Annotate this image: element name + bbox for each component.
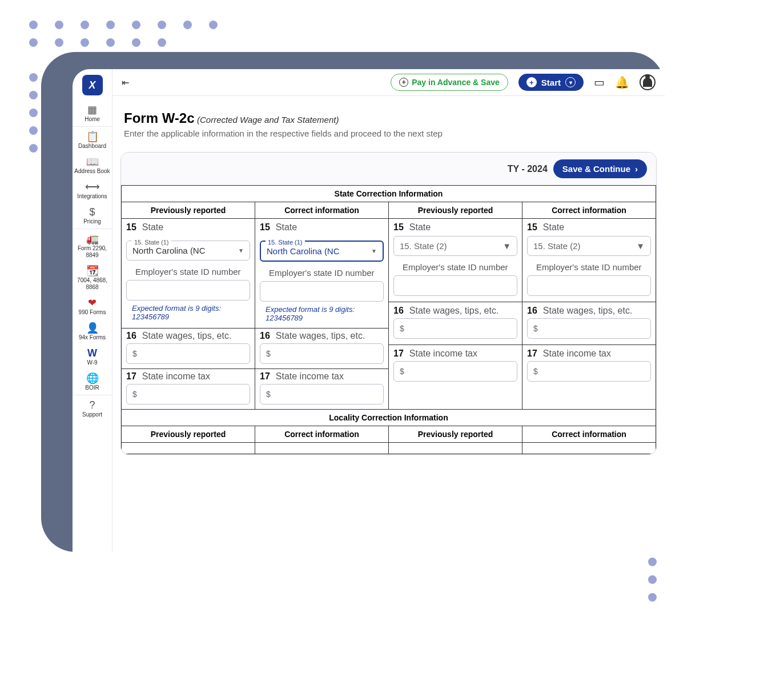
chevron-down-icon: ▼ bbox=[238, 247, 244, 254]
col-correct-1: Correct information bbox=[255, 202, 389, 219]
page-subtitle: (Corrected Wage and Tax Statement) bbox=[197, 115, 339, 125]
employer-id-label: Employer's state ID number bbox=[269, 267, 384, 279]
topbar: ⇤ + Pay in Advance & Save + Start ▾ ▭ 🔔 bbox=[112, 69, 665, 96]
app-logo: X bbox=[82, 75, 103, 95]
bell-icon[interactable]: 🔔 bbox=[615, 75, 629, 89]
sidebar-item-form-2290[interactable]: 🚛 Form 2290, 8849 bbox=[73, 229, 112, 262]
wages-prev-1-input[interactable]: $ bbox=[126, 343, 250, 364]
form-card: TY - 2024 Save & Continue › State Correc… bbox=[120, 152, 657, 455]
sidebar-item-boir[interactable]: 🌐 BOIR bbox=[73, 370, 112, 395]
tax-prev-2-input[interactable]: $ bbox=[393, 361, 517, 382]
sidebar-item-address-book[interactable]: 📖 Address Book bbox=[73, 153, 112, 178]
col-prev-2: Previously reported bbox=[389, 202, 522, 219]
employer-id-correct-1-input[interactable] bbox=[260, 281, 384, 302]
pricing-icon: $ bbox=[89, 207, 95, 217]
calendar-icon: 📆 bbox=[86, 266, 99, 276]
wages-correct-2-input[interactable]: $ bbox=[527, 318, 651, 339]
wages-prev-2-input[interactable]: $ bbox=[393, 318, 517, 339]
chevron-down-icon: ▾ bbox=[565, 77, 576, 87]
device-frame: X ⇤ + Pay in Advance & Save + Start ▾ bbox=[41, 52, 665, 552]
loc-col-correct-1: Correct information bbox=[255, 426, 389, 442]
book-icon: 📖 bbox=[86, 157, 99, 167]
sidebar-item-7004[interactable]: 📆 7004, 4868, 8868 bbox=[73, 262, 112, 294]
locality-section-title: Locality Correction Information bbox=[122, 409, 656, 426]
page-description: Enter the applicable information in the … bbox=[124, 129, 653, 138]
sidebar-item-94x[interactable]: 👤 94x Forms bbox=[73, 319, 112, 344]
pay-in-advance-button[interactable]: + Pay in Advance & Save bbox=[391, 74, 508, 91]
sidebar-item-990[interactable]: ❤ 990 Forms bbox=[73, 294, 112, 319]
employer-id-label: Employer's state ID number bbox=[403, 262, 517, 273]
state-correction-table: State Correction Information Previously … bbox=[121, 185, 656, 454]
sidebar-item-dashboard[interactable]: 📋 Dashboard bbox=[73, 126, 112, 153]
wages-correct-1-input[interactable]: $ bbox=[260, 343, 384, 364]
loc-col-correct-2: Correct information bbox=[522, 426, 656, 442]
employer-id-label: Employer's state ID number bbox=[536, 262, 651, 273]
state-2-correct-dropdown[interactable]: 15. State (2) ▼ bbox=[527, 236, 651, 256]
profile-icon[interactable] bbox=[640, 74, 656, 90]
state1-legend: 15. State (1) bbox=[266, 239, 305, 246]
sidebar-item-home[interactable]: ▦ Home bbox=[73, 101, 112, 126]
id-card-icon[interactable]: ▭ bbox=[594, 75, 605, 89]
sidebar-item-pricing[interactable]: $ Pricing bbox=[73, 203, 112, 229]
plus-icon: + bbox=[526, 77, 537, 87]
chevron-right-icon: › bbox=[635, 164, 638, 174]
employer-id-prev-1-input[interactable] bbox=[126, 280, 250, 301]
state1-legend: 15. State (1) bbox=[132, 239, 171, 246]
globe-icon: 🌐 bbox=[86, 373, 99, 383]
loc-col-prev-2: Previously reported bbox=[389, 426, 522, 442]
integrations-icon: ⟷ bbox=[85, 182, 100, 192]
sidebar-toggle-icon[interactable]: ⇤ bbox=[122, 77, 129, 88]
state-section-title: State Correction Information bbox=[122, 186, 656, 202]
heart-icon: ❤ bbox=[88, 298, 97, 308]
page-title: Form W-2c bbox=[124, 110, 195, 126]
app-window: X ⇤ + Pay in Advance & Save + Start ▾ bbox=[73, 69, 665, 552]
tax-prev-1-input[interactable]: $ bbox=[126, 384, 250, 404]
pay-label: Pay in Advance & Save bbox=[412, 78, 500, 87]
employer-id-label: Employer's state ID number bbox=[135, 266, 250, 278]
main-content: Form W-2c (Corrected Wage and Tax Statem… bbox=[112, 101, 665, 552]
sidebar: ▦ Home 📋 Dashboard 📖 Address Book ⟷ Inte… bbox=[73, 101, 112, 552]
start-button[interactable]: + Start ▾ bbox=[518, 74, 584, 91]
sidebar-item-w9[interactable]: W W-9 bbox=[73, 344, 112, 370]
truck-icon: 🚛 bbox=[86, 234, 99, 244]
start-label: Start bbox=[541, 78, 561, 87]
state-2-prev-dropdown[interactable]: 15. State (2) ▼ bbox=[393, 236, 517, 256]
sidebar-item-support[interactable]: ? Support bbox=[73, 395, 112, 422]
w9-icon: W bbox=[87, 348, 97, 358]
employer-id-correct-2-input[interactable] bbox=[527, 275, 651, 296]
col-prev-1: Previously reported bbox=[122, 202, 255, 219]
tax-correct-2-input[interactable]: $ bbox=[527, 361, 651, 382]
sidebar-item-integrations[interactable]: ⟷ Integrations bbox=[73, 178, 112, 203]
chevron-down-icon: ▼ bbox=[502, 241, 511, 251]
save-continue-button[interactable]: Save & Continue › bbox=[553, 159, 647, 178]
dashboard-icon: 📋 bbox=[86, 131, 99, 142]
employer-id-prev-2-input[interactable] bbox=[393, 275, 517, 296]
tax-year-label: TY - 2024 bbox=[508, 164, 548, 174]
home-icon: ▦ bbox=[87, 105, 97, 115]
person-icon: 👤 bbox=[86, 323, 99, 333]
chevron-down-icon: ▼ bbox=[371, 248, 377, 254]
chevron-down-icon: ▼ bbox=[636, 241, 645, 251]
plus-icon: + bbox=[399, 78, 408, 87]
tax-correct-1-input[interactable]: $ bbox=[260, 384, 384, 404]
col-correct-2: Correct information bbox=[522, 202, 656, 219]
support-icon: ? bbox=[89, 400, 95, 410]
loc-col-prev-1: Previously reported bbox=[122, 426, 255, 442]
